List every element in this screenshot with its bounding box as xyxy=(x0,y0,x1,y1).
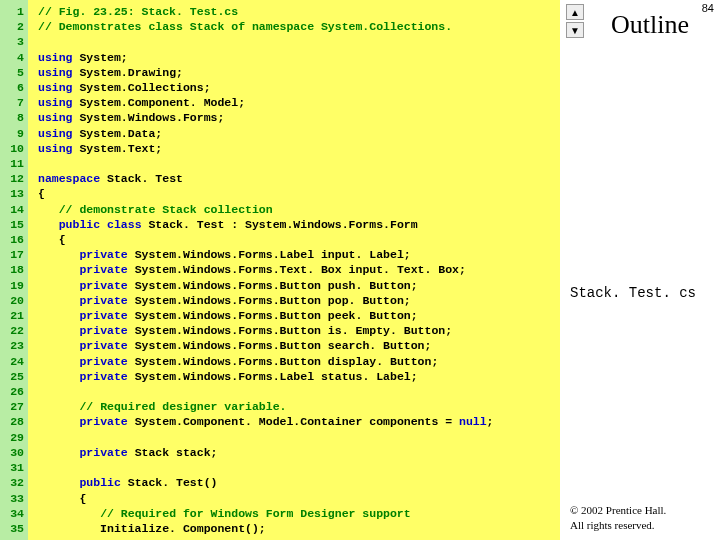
code-line xyxy=(38,156,554,171)
nav-arrows: ▲ ▼ xyxy=(566,4,584,38)
copyright-line-1: © 2002 Prentice Hall. xyxy=(570,504,666,516)
line-number: 4 xyxy=(0,50,28,65)
slide-root: 1234567891011121314151617181920212223242… xyxy=(0,0,720,540)
line-number: 31 xyxy=(0,460,28,475)
line-number: 26 xyxy=(0,384,28,399)
line-number: 2 xyxy=(0,19,28,34)
line-number: 5 xyxy=(0,65,28,80)
line-number: 7 xyxy=(0,95,28,110)
line-number: 15 xyxy=(0,217,28,232)
code-line: using System.Component. Model; xyxy=(38,95,554,110)
code-line: private System.Windows.Forms.Button push… xyxy=(38,278,554,293)
page-number: 84 xyxy=(702,2,714,14)
code-line: private System.Windows.Forms.Button disp… xyxy=(38,354,554,369)
code-line: using System.Text; xyxy=(38,141,554,156)
code-line: private System.Windows.Forms.Label input… xyxy=(38,247,554,262)
line-number: 10 xyxy=(0,141,28,156)
code-line: Initialize. Component(); xyxy=(38,521,554,536)
code-line xyxy=(38,430,554,445)
side-panel: ▲ ▼ 84 Outline Stack. Test. cs © 2002 Pr… xyxy=(560,0,720,540)
line-number: 18 xyxy=(0,262,28,277)
line-number: 1 xyxy=(0,4,28,19)
code-line: // Fig. 23.25: Stack. Test.cs xyxy=(38,4,554,19)
code-line: private System.Windows.Forms.Button pop.… xyxy=(38,293,554,308)
code-line: private Stack stack; xyxy=(38,445,554,460)
line-number: 11 xyxy=(0,156,28,171)
code-line: private System.Windows.Forms.Text. Box i… xyxy=(38,262,554,277)
code-line: private System.Windows.Forms.Button sear… xyxy=(38,338,554,353)
line-number-gutter: 1234567891011121314151617181920212223242… xyxy=(0,0,28,540)
line-number: 12 xyxy=(0,171,28,186)
line-number: 30 xyxy=(0,445,28,460)
line-number: 32 xyxy=(0,475,28,490)
copyright-text: © 2002 Prentice Hall. All rights reserve… xyxy=(570,503,666,532)
code-line: // Required for Windows Form Designer su… xyxy=(38,506,554,521)
line-number: 14 xyxy=(0,202,28,217)
code-line xyxy=(38,460,554,475)
code-line: public Stack. Test() xyxy=(38,475,554,490)
code-line: namespace Stack. Test xyxy=(38,171,554,186)
code-line: { xyxy=(38,232,554,247)
line-number: 28 xyxy=(0,414,28,429)
code-line: // Required designer variable. xyxy=(38,399,554,414)
line-number: 22 xyxy=(0,323,28,338)
code-column: // Fig. 23.25: Stack. Test.cs// Demonstr… xyxy=(28,0,560,540)
code-line: private System.Windows.Forms.Label statu… xyxy=(38,369,554,384)
code-line: // demonstrate Stack collection xyxy=(38,202,554,217)
line-number: 24 xyxy=(0,354,28,369)
nav-down-button[interactable]: ▼ xyxy=(566,22,584,38)
code-line xyxy=(38,384,554,399)
line-number: 6 xyxy=(0,80,28,95)
code-line: // Demonstrates class Stack of namespace… xyxy=(38,19,554,34)
code-line xyxy=(38,34,554,49)
outline-heading: Outline xyxy=(588,10,712,40)
code-line: { xyxy=(38,491,554,506)
line-number: 19 xyxy=(0,278,28,293)
line-number: 34 xyxy=(0,506,28,521)
line-number: 17 xyxy=(0,247,28,262)
code-line: using System.Windows.Forms; xyxy=(38,110,554,125)
line-number: 25 xyxy=(0,369,28,384)
line-number: 29 xyxy=(0,430,28,445)
code-line: using System.Collections; xyxy=(38,80,554,95)
code-line: public class Stack. Test : System.Window… xyxy=(38,217,554,232)
line-number: 8 xyxy=(0,110,28,125)
file-label: Stack. Test. cs xyxy=(570,285,696,301)
line-number: 35 xyxy=(0,521,28,536)
line-number: 23 xyxy=(0,338,28,353)
code-line: private System.Windows.Forms.Button peek… xyxy=(38,308,554,323)
line-number: 33 xyxy=(0,491,28,506)
line-number: 20 xyxy=(0,293,28,308)
code-line: using System; xyxy=(38,50,554,65)
nav-up-button[interactable]: ▲ xyxy=(566,4,584,20)
line-number: 3 xyxy=(0,34,28,49)
code-line: using System.Data; xyxy=(38,126,554,141)
line-number: 13 xyxy=(0,186,28,201)
line-number: 27 xyxy=(0,399,28,414)
code-line: private System.Component. Model.Containe… xyxy=(38,414,554,429)
line-number: 21 xyxy=(0,308,28,323)
line-number: 16 xyxy=(0,232,28,247)
code-line: private System.Windows.Forms.Button is. … xyxy=(38,323,554,338)
code-area: 1234567891011121314151617181920212223242… xyxy=(0,0,560,540)
line-number: 9 xyxy=(0,126,28,141)
code-line: using System.Drawing; xyxy=(38,65,554,80)
code-line: { xyxy=(38,186,554,201)
copyright-line-2: All rights reserved. xyxy=(570,519,655,531)
